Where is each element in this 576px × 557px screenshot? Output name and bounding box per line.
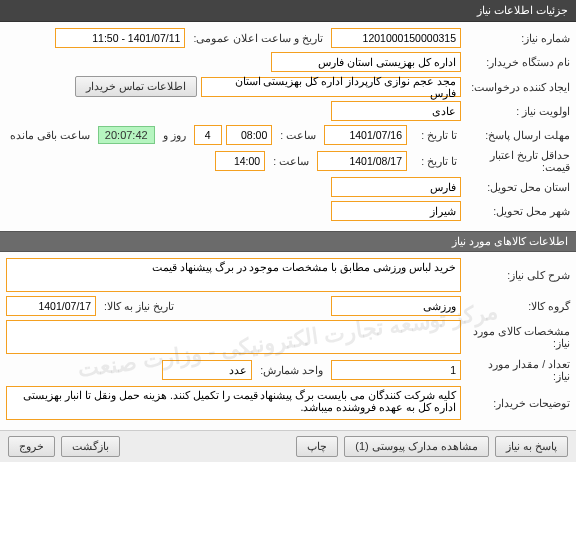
row-qty: تعداد / مقدار مورد نیاز: 1 واحد شمارش: ع… [6,358,570,382]
label-announce-datetime: تاریخ و ساعت اعلان عمومی: [189,32,327,44]
field-specs [6,320,461,354]
row-request-creator: ایجاد کننده درخواست: مجد عجم نوازی کارپر… [6,76,570,97]
label-goods-group: گروه کالا: [465,300,570,312]
label-specs: مشخصات کالای مورد نیاز: [465,325,570,349]
label-summary: شرح کلی نیاز: [465,269,570,281]
field-buyer-org: اداره کل بهزیستی استان فارس [271,52,461,72]
label-unit: واحد شمارش: [256,364,327,376]
goods-form: مرکز توسعه تجارت الکترونیکی - وزارت صنعت… [0,252,576,430]
label-priority: اولویت نیاز : [465,105,570,117]
field-need-number: 1201000150000315 [331,28,461,48]
field-goods-group: ورزشی [331,296,461,316]
label-buyer-org: نام دستگاه خریدار: [465,56,570,68]
reply-button[interactable]: پاسخ به نیاز [495,436,568,457]
field-summary: خرید لباس ورزشی مطابق با مشخصات موجود در… [6,258,461,292]
row-priority: اولویت نیاز : عادی [6,101,570,121]
label-to-date-1: تا تاریخ : [411,129,461,141]
row-reply-deadline: مهلت ارسال پاسخ: تا تاریخ : 1401/07/16 س… [6,125,570,145]
window-title: جزئیات اطلاعات نیاز [477,4,568,16]
label-days-and: روز و [159,129,190,141]
field-qty: 1 [331,360,461,380]
attachments-button[interactable]: مشاهده مدارک پیوستی (1) [344,436,489,457]
field-price-time: 14:00 [215,151,265,171]
field-priority: عادی [331,101,461,121]
field-reply-time: 08:00 [226,125,272,145]
field-city: شیراز [331,201,461,221]
label-buyer-notes: توضیحات خریدار: [465,397,570,409]
field-announce-datetime: 1401/07/11 - 11:50 [55,28,185,48]
countdown-timer: 20:07:42 [98,126,155,144]
row-city: شهر محل تحویل: شیراز [6,201,570,221]
label-reply-deadline: مهلت ارسال پاسخ: [465,129,570,141]
field-request-creator: مجد عجم نوازی کارپرداز اداره کل بهزیستی … [201,77,461,97]
label-need-number: شماره نیاز: [465,32,570,44]
row-goods-group: گروه کالا: ورزشی تاریخ نیاز به کالا: 140… [6,296,570,316]
section-goods-header: اطلاعات کالاهای مورد نیاز [0,231,576,252]
row-need-number: شماره نیاز: 1201000150000315 تاریخ و ساع… [6,28,570,48]
back-button[interactable]: بازگشت [61,436,120,457]
label-to-date-2: تا تاریخ : [411,155,461,167]
row-summary: شرح کلی نیاز: خرید لباس ورزشی مطابق با م… [6,258,570,292]
field-days-remaining: 4 [194,125,222,145]
print-button[interactable]: چاپ [296,436,338,457]
field-province: فارس [331,177,461,197]
label-province: استان محل تحویل: [465,181,570,193]
label-need-date: تاریخ نیاز به کالا: [100,300,178,312]
section-goods-title: اطلاعات کالاهای مورد نیاز [452,235,568,247]
main-form: شماره نیاز: 1201000150000315 تاریخ و ساع… [0,22,576,231]
field-price-date: 1401/08/17 [317,151,407,171]
contact-buyer-button[interactable]: اطلاعات تماس خریدار [75,76,197,97]
field-need-date: 1401/07/17 [6,296,96,316]
row-buyer-org: نام دستگاه خریدار: اداره کل بهزیستی استا… [6,52,570,72]
row-specs: مشخصات کالای مورد نیاز: [6,320,570,354]
row-buyer-notes: توضیحات خریدار: کلیه شرکت کنندگان می بای… [6,386,570,420]
label-request-creator: ایجاد کننده درخواست: [465,81,570,93]
label-city: شهر محل تحویل: [465,205,570,217]
row-province: استان محل تحویل: فارس [6,177,570,197]
label-qty: تعداد / مقدار مورد نیاز: [465,358,570,382]
row-price-validity: حداقل تاریخ اعتبار قیمت: تا تاریخ : 1401… [6,149,570,173]
label-time-2: ساعت : [269,155,313,167]
exit-button[interactable]: خروج [8,436,55,457]
field-buyer-notes: کلیه شرکت کنندگان می بایست برگ پیشنهاد ق… [6,386,461,420]
field-reply-date: 1401/07/16 [324,125,407,145]
window-title-bar: جزئیات اطلاعات نیاز [0,0,576,22]
field-unit: عدد [162,360,252,380]
label-price-validity: حداقل تاریخ اعتبار قیمت: [465,149,570,173]
footer-toolbar: پاسخ به نیاز مشاهده مدارک پیوستی (1) چاپ… [0,430,576,462]
label-time-1: ساعت : [276,129,320,141]
label-time-remaining: ساعت باقی مانده [6,129,94,141]
